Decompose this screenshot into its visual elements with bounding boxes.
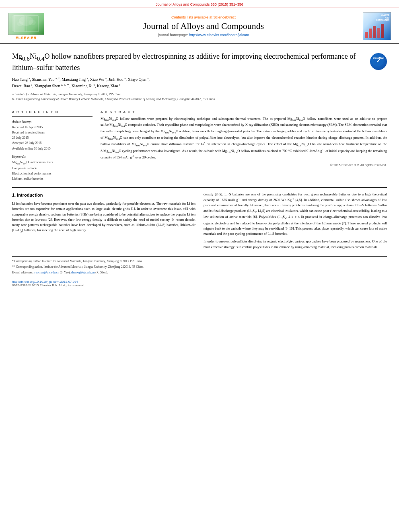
history-label: Article history: xyxy=(12,120,93,123)
email-label: E-mail addresses: xyxy=(12,271,33,274)
keyword-3: Electrochemical performances xyxy=(12,171,93,176)
affiliation-a: a Institute for Advanced Materials, Jian… xyxy=(12,92,387,97)
sub-ni: 0.4 xyxy=(37,55,45,62)
affiliations: a Institute for Advanced Materials, Jian… xyxy=(12,92,387,102)
issn-line: 0925-8388/© 2015 Elsevier B.V. All right… xyxy=(12,283,387,287)
intro-heading: 1. Introduction xyxy=(12,192,195,199)
homepage-link[interactable]: http://www.elsevier.com/locate/jalcom xyxy=(189,33,249,37)
crossmark-badge: ✓ CrossMark xyxy=(370,53,387,70)
homepage-label: journal homepage: xyxy=(158,33,188,37)
abstract-col: A B S T R A C T Mg0.6Ni0.4O hollow nanof… xyxy=(101,110,387,182)
corresponding2-text: ** Corresponding author. Institute for A… xyxy=(12,265,144,269)
sciencedirect-text: Contents lists available at ScienceDirec… xyxy=(171,15,236,19)
abstract-label: A B S T R A C T xyxy=(101,110,387,114)
crossmark-icon: ✓ CrossMark xyxy=(373,55,384,68)
intro-para-2: density [3–5]. Li–S batteries are one of… xyxy=(204,192,387,236)
corresponding1-text: * Corresponding author. Institute for Ad… xyxy=(12,259,142,263)
footnote-corresponding-2: ** Corresponding author. Institute for A… xyxy=(12,265,387,269)
doi-link[interactable]: http://dx.doi.org/10.1016/j.jallcom.2015… xyxy=(12,280,78,283)
intro-right-col: density [3–5]. Li–S batteries are one of… xyxy=(204,192,387,252)
svg-point-4 xyxy=(29,20,36,25)
journal-homepage: journal homepage: http://www.elsevier.co… xyxy=(48,33,359,37)
page-wrapper: Journal of Alloys and Compounds 650 (201… xyxy=(0,0,399,532)
journal-name: Journal of Alloys and Compounds xyxy=(48,21,359,31)
keywords-label: Keywords: xyxy=(12,155,93,158)
keyword-1: Mg0.6Ni0.4O hollow nanofibers xyxy=(12,160,93,165)
received-revised-label: Received in revised form xyxy=(12,130,93,135)
footnote-corresponding-1: * Corresponding author. Institute for Ad… xyxy=(12,259,387,263)
article-title-row: Mg0.6Ni0.4O hollow nanofibers prepared b… xyxy=(12,51,387,72)
article-info-divider xyxy=(12,116,93,117)
topbar-text: Journal of Alloys and Compounds 650 (201… xyxy=(156,2,243,6)
email1-name: (S. Yao), xyxy=(60,271,70,274)
received-revised-date: 23 July 2015 xyxy=(12,136,93,140)
elsevier-name: ELSEVIER xyxy=(16,36,37,40)
svg-rect-6 xyxy=(369,29,372,38)
sub-mg: 0.6 xyxy=(22,55,30,62)
abstract-text: Mg0.6Ni0.4O hollow nanofibers were prepa… xyxy=(101,116,387,160)
email2-link[interactable]: shenxq@ujs.edu.cn xyxy=(71,271,95,274)
email1-link[interactable]: yaoshan@ujs.edu.cn xyxy=(34,271,59,274)
svg-text:CrossMark: CrossMark xyxy=(373,57,384,59)
article-header: Mg0.6Ni0.4O hollow nanofibers prepared b… xyxy=(0,44,399,106)
sciencedirect-link: Contents lists available at ScienceDirec… xyxy=(48,15,359,19)
journal-title-center: Contents lists available at ScienceDirec… xyxy=(48,15,359,37)
svg-rect-7 xyxy=(373,26,376,38)
keywords-section: Keywords: Mg0.6Ni0.4O hollow nanofibers … xyxy=(12,155,93,181)
article-info-col: A R T I C L E I N F O Article history: R… xyxy=(12,110,93,182)
copyright-line: © 2015 Elsevier B.V. All rights reserved… xyxy=(101,163,387,167)
article-title: Mg0.6Ni0.4O hollow nanofibers prepared b… xyxy=(12,51,366,72)
article-body: A R T I C L E I N F O Article history: R… xyxy=(0,106,399,182)
affiliation-b: b Hunan Engineering Laboratory of Power … xyxy=(12,97,387,102)
keyword-4: Lithium–sulfur batteries xyxy=(12,177,93,181)
doi-line: http://dx.doi.org/10.1016/j.jallcom.2015… xyxy=(12,280,387,283)
svg-rect-5 xyxy=(365,32,368,38)
article-info-label: A R T I C L E I N F O xyxy=(12,110,93,114)
bottom-bar: http://dx.doi.org/10.1016/j.jallcom.2015… xyxy=(0,278,399,289)
elsevier-image xyxy=(8,13,44,35)
intro-para-1: Li ion batteries have become prominent o… xyxy=(12,201,195,234)
elsevier-logo: ELSEVIER xyxy=(8,13,44,40)
journal-thumbnail: ALLOYSANDCOMPOUNDS xyxy=(363,12,391,40)
svg-rect-9 xyxy=(381,24,384,38)
journal-header: ELSEVIER Contents lists available at Sci… xyxy=(0,8,399,44)
svg-rect-8 xyxy=(377,28,380,38)
intro-para-3: In order to prevent polysulfides dissolv… xyxy=(204,239,387,249)
keyword-2: Composite cathode xyxy=(12,166,93,170)
received-date: Received 16 April 2015 xyxy=(12,125,93,129)
svg-point-3 xyxy=(17,21,23,26)
authors-line: Hao Tang a, Shanshan Yao a, *, Maoxiang … xyxy=(12,76,387,90)
footnote-emails: E-mail addresses: yaoshan@ujs.edu.cn (S.… xyxy=(12,270,387,275)
available-date: Available online 30 July 2015 xyxy=(12,146,93,151)
accepted-date: Accepted 28 July 2015 xyxy=(12,141,93,145)
email2-name: (X. Shen). xyxy=(95,271,108,274)
journal-topbar: Journal of Alloys and Compounds 650 (201… xyxy=(0,0,399,8)
intro-left-col: 1. Introduction Li ion batteries have be… xyxy=(12,192,195,252)
introduction-section: 1. Introduction Li ion batteries have be… xyxy=(0,188,399,256)
footnotes-section: * Corresponding author. Institute for Ad… xyxy=(12,256,387,275)
